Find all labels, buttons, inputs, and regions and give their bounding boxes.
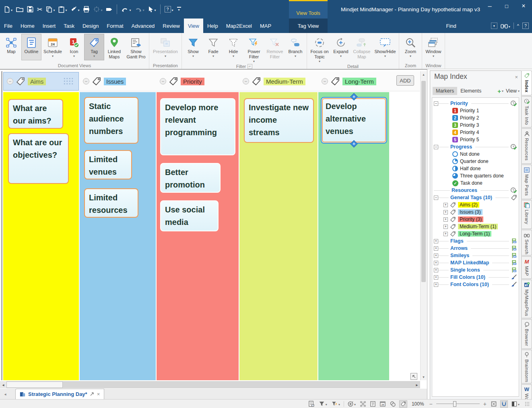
expand-icon[interactable] <box>443 232 448 236</box>
sidetab-brainstorm[interactable]: Brainstorm <box>522 350 532 383</box>
zoom-in-icon[interactable]: + <box>483 400 487 408</box>
section-single-icons[interactable]: Single Icons <box>434 266 517 274</box>
section-smileys[interactable]: Smileys <box>434 252 517 259</box>
tab-help[interactable]: Help <box>203 19 222 33</box>
tag-view-button[interactable]: Tag <box>84 34 104 60</box>
sidetab-task-info[interactable]: Task Info <box>522 96 532 128</box>
collapse-icon[interactable] <box>434 196 438 200</box>
tag-issues[interactable]: Issues (3) <box>434 208 517 216</box>
topic-card[interactable]: What are our aims? <box>8 99 63 129</box>
show-gantt-pro-button[interactable]: Show Gantt Pro <box>124 34 148 60</box>
column-header-issues[interactable]: Issues <box>80 72 156 91</box>
topic-card[interactable]: Better promotion <box>160 163 221 193</box>
column-header-medium-term[interactable]: Medium-Term <box>239 72 318 91</box>
panel-close-icon[interactable]: × <box>515 74 518 80</box>
tab-design[interactable]: Design <box>78 19 103 33</box>
drag-grip-icon[interactable] <box>63 77 74 85</box>
customize-qat-button[interactable]: ▾ <box>175 2 183 16</box>
sidetab-map-parts[interactable]: Map Parts <box>522 165 532 199</box>
collapse-icon[interactable] <box>434 145 438 149</box>
paste-button[interactable] <box>57 2 68 16</box>
section-general-tags[interactable]: General Tags (10) <box>434 194 517 201</box>
filter-dialog-launcher[interactable]: ⌐ <box>247 64 252 69</box>
clock-check-icon[interactable] <box>510 187 517 194</box>
expand-icon[interactable] <box>443 203 448 207</box>
linked-maps-button[interactable]: Linked Maps <box>104 34 124 60</box>
vertical-scrollbar[interactable]: ▴ ▾ <box>420 71 427 380</box>
topic-notes-icon[interactable] <box>308 400 315 408</box>
float-tab-icon[interactable] <box>90 392 94 397</box>
topic-card-selected[interactable]: Develop alternative venues + + <box>321 97 387 144</box>
window-button[interactable]: Window <box>423 34 443 60</box>
topic-card[interactable]: Investigate new income streams <box>244 98 314 143</box>
marker-priority-3[interactable]: 3Priority 3 <box>434 122 517 129</box>
marker-priority-4[interactable]: 4Priority 4 <box>434 129 517 136</box>
undo-button[interactable] <box>120 2 132 16</box>
tab-elements[interactable]: Elements <box>457 87 485 95</box>
tag-long-term[interactable]: Long-Term (1) <box>434 230 517 237</box>
maximize-button[interactable]: □ <box>498 0 515 12</box>
sidetab-map[interactable]: M MAP <box>522 256 532 279</box>
vertical-scroll-thumb[interactable] <box>421 81 426 282</box>
print-button[interactable] <box>81 2 91 16</box>
marker-priority-1[interactable]: 1Priority 1 <box>434 107 517 114</box>
marker-half-done[interactable]: Half done <box>434 165 517 172</box>
clock-check-icon[interactable] <box>510 100 517 107</box>
new-topic-status-icon[interactable] <box>347 400 357 408</box>
power-filter-button[interactable]: Power Filter <box>243 34 264 64</box>
section-fill-colors[interactable]: Fill Colors (10) <box>434 274 517 281</box>
fill-color-status-icon[interactable] <box>511 400 520 408</box>
filter-status-icon[interactable] <box>318 400 328 408</box>
outline-view-status-icon[interactable] <box>369 400 376 408</box>
expand-button[interactable]: Expand <box>331 34 351 60</box>
collapse-column-icon[interactable] <box>322 78 328 84</box>
view-dropdown[interactable]: View <box>506 88 517 94</box>
expand-icon[interactable] <box>434 261 438 265</box>
close-tab-icon[interactable]: × <box>97 391 100 397</box>
marker-priority-2[interactable]: 2Priority 2 <box>434 114 517 122</box>
map-view-status-icon[interactable] <box>359 400 367 408</box>
close-button[interactable]: × <box>515 0 532 12</box>
scroll-down-icon[interactable]: ▾ <box>421 374 427 380</box>
expand-icon[interactable] <box>434 268 438 272</box>
column-header-aims[interactable]: Aims <box>3 72 79 91</box>
scroll-up-icon[interactable]: ▴ <box>421 71 427 78</box>
column-header-long-term[interactable]: Long-Term <box>318 72 389 91</box>
topic-card[interactable]: What are our objectives? <box>8 133 69 184</box>
find-label[interactable]: Find <box>446 23 456 29</box>
sidetab-library[interactable]: Library <box>522 200 532 229</box>
filter-fade-button[interactable]: Fade <box>203 34 223 60</box>
zoom-slider-thumb[interactable] <box>453 401 456 407</box>
format-painter-button[interactable] <box>69 2 81 16</box>
map-view-button[interactable]: Map <box>1 34 21 60</box>
new-document-button[interactable] <box>2 2 14 16</box>
add-marker-button[interactable]: + <box>497 88 501 95</box>
icon-view-button[interactable]: 1 Icon <box>64 34 84 60</box>
fit-map-status-icon[interactable] <box>490 400 497 408</box>
clock-check-icon[interactable] <box>510 144 517 150</box>
zoom-slider[interactable] <box>436 401 480 407</box>
expand-icon[interactable] <box>443 210 448 214</box>
section-progress[interactable]: Progress <box>434 143 517 150</box>
copy-button[interactable] <box>44 2 56 16</box>
tag-quick-button[interactable] <box>104 2 114 16</box>
expand-icon[interactable] <box>434 246 438 251</box>
expand-icon[interactable] <box>434 253 438 258</box>
expand-icon[interactable] <box>434 275 438 280</box>
tab-home[interactable]: Home <box>16 19 39 33</box>
sidetab-mymapsplus[interactable]: MyMapsPlus <box>522 280 532 318</box>
topic-card[interactable]: Limited resources <box>84 188 138 218</box>
expand-icon[interactable] <box>443 225 448 229</box>
help-button[interactable]: ? <box>163 2 175 16</box>
snap-magnet-icon[interactable] <box>500 400 508 408</box>
column-title[interactable]: Priority <box>181 78 204 85</box>
schedule-view-status-icon[interactable]: 24 <box>379 400 386 408</box>
zoom-button[interactable]: Zoom <box>400 34 421 60</box>
minimize-button[interactable]: ─ <box>481 0 498 12</box>
outline-view-button[interactable]: Outline <box>21 34 41 60</box>
open-file-button[interactable] <box>14 2 25 16</box>
tag-aims[interactable]: Aims (2) <box>434 201 517 208</box>
topic-card[interactable]: Use social media <box>160 200 219 231</box>
find-dropdown[interactable]: ▾ <box>491 23 497 29</box>
sidetab-resources[interactable]: Resources <box>522 128 532 164</box>
